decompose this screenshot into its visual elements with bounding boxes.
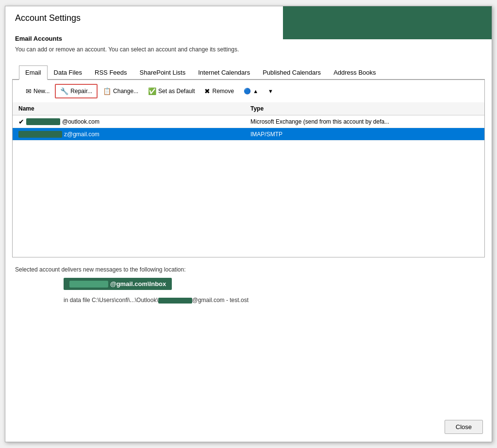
- tab-internet-calendars[interactable]: Internet Calendars: [192, 65, 256, 79]
- account-name-cell: ✔ @outlook.com: [17, 117, 248, 126]
- repair-label: Repair...: [70, 88, 92, 95]
- change-icon: 📋: [103, 87, 111, 95]
- repair-button[interactable]: 🔧 Repair...: [56, 85, 97, 97]
- redacted-path: [158, 298, 192, 304]
- move-down-button[interactable]: ▼: [264, 86, 278, 96]
- type-column-header: Type: [248, 104, 480, 113]
- change-label: Change...: [113, 88, 138, 95]
- move-up-button[interactable]: 🔵 ▲: [239, 85, 263, 97]
- repair-icon: 🔧: [60, 87, 68, 95]
- tab-data-files[interactable]: Data Files: [48, 65, 89, 79]
- data-file-path: in data file C:\Users\confi\...\Outlook\…: [64, 297, 482, 304]
- set-default-button[interactable]: ✅ Set as Default: [144, 85, 199, 97]
- new-button[interactable]: ✉ New...: [21, 85, 54, 97]
- new-label: New...: [33, 88, 50, 95]
- tab-sharepoint-lists[interactable]: SharePoint Lists: [133, 65, 192, 79]
- dialog-footer: Close: [445, 420, 483, 434]
- dialog-title: Account Settings: [15, 13, 482, 23]
- redacted-name-1: [26, 118, 60, 125]
- set-default-icon: ✅: [148, 87, 156, 95]
- remove-label: Remove: [212, 88, 234, 95]
- account-type-cell: Microsoft Exchange (send from this accou…: [248, 118, 480, 126]
- up-icon: ▲: [253, 88, 258, 94]
- section-description: You can add or remove an account. You ca…: [5, 46, 492, 61]
- remove-icon: ✖: [204, 87, 210, 95]
- account-suffix-2: z@gmail.com: [64, 131, 99, 138]
- account-settings-dialog: Account Settings Email Accounts You can …: [5, 6, 492, 442]
- table-header: Name Type: [13, 102, 484, 115]
- table-row[interactable]: z@gmail.com IMAP/SMTP: [13, 128, 484, 141]
- accounts-table: Name Type ✔ @outlook.com Microsoft Excha…: [12, 102, 485, 257]
- tab-address-books[interactable]: Address Books: [327, 65, 382, 79]
- set-default-label: Set as Default: [158, 88, 195, 95]
- location-suffix: @gmail.com\Inbox: [110, 280, 166, 288]
- delivery-info-text: Selected account delivers new messages t…: [15, 266, 482, 273]
- remove-button[interactable]: ✖ Remove: [200, 85, 238, 97]
- account-type-cell-2: IMAP/SMTP: [248, 130, 480, 138]
- toolbar: ✉ New... 🔧 Repair... 📋 Change... ✅ Set a…: [12, 80, 485, 102]
- table-row[interactable]: ✔ @outlook.com Microsoft Exchange (send …: [13, 115, 484, 128]
- redacted-location: [69, 281, 108, 288]
- repair-button-wrapper: 🔧 Repair...: [55, 84, 98, 98]
- new-icon: ✉: [26, 87, 32, 95]
- change-button[interactable]: 📋 Change...: [99, 85, 143, 97]
- tab-published-calendars[interactable]: Published Calendars: [256, 65, 327, 79]
- account-name-cell-2: z@gmail.com: [17, 130, 248, 138]
- default-check-icon: ✔: [18, 118, 24, 126]
- account-suffix-1: @outlook.com: [62, 118, 99, 125]
- close-button[interactable]: Close: [445, 420, 483, 434]
- delivery-location: @gmail.com\Inbox: [64, 278, 172, 290]
- redacted-name-2: [18, 131, 62, 138]
- tab-bar: Email Data Files RSS Feeds SharePoint Li…: [12, 65, 485, 80]
- name-column-header: Name: [17, 104, 248, 113]
- tab-rss-feeds[interactable]: RSS Feeds: [88, 65, 133, 79]
- up-arrow-icon: 🔵: [244, 88, 251, 95]
- tab-email[interactable]: Email: [19, 65, 48, 80]
- down-icon: ▼: [268, 88, 273, 94]
- footer-info: Selected account delivers new messages t…: [5, 257, 492, 308]
- dialog-header: Account Settings: [5, 6, 492, 29]
